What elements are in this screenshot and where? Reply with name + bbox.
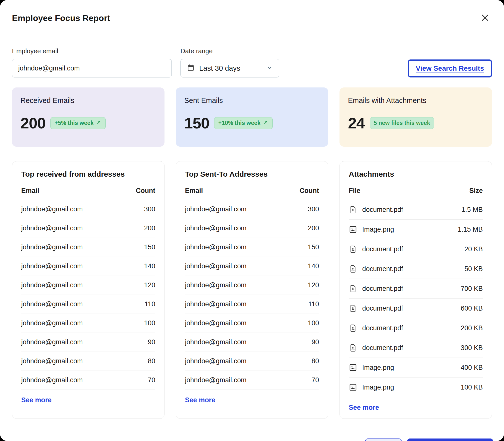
pdf-file-icon — [349, 205, 357, 214]
count-cell: 80 — [148, 357, 155, 365]
see-more-link[interactable]: See more — [21, 396, 52, 404]
table-row: johndoe@gmail.com 100 — [21, 314, 155, 333]
email-cell: johndoe@gmail.com — [21, 205, 83, 213]
column-header-count: Count — [300, 187, 319, 195]
table-row: johndoe@gmail.com 300 — [185, 200, 319, 219]
pdf-file-icon — [349, 284, 357, 293]
table-row: document.pdf 300 KB — [349, 338, 483, 358]
table-row: johndoe@gmail.com 140 — [185, 257, 319, 276]
table-row: Image.png 400 KB — [349, 358, 483, 378]
count-cell: 200 — [308, 224, 319, 232]
count-cell: 140 — [144, 262, 155, 270]
table-row: document.pdf 50 KB — [349, 259, 483, 279]
stat-label: Received Emails — [20, 96, 156, 105]
file-size-cell: 200 KB — [461, 324, 483, 332]
table-row: johndoe@gmail.com 150 — [21, 238, 155, 257]
table-row: johndoe@gmail.com 300 — [21, 200, 155, 219]
chevron-down-icon — [266, 64, 273, 72]
file-name-cell: document.pdf — [362, 285, 403, 293]
table-row: johndoe@gmail.com 100 — [185, 314, 319, 333]
table-row: document.pdf 700 KB — [349, 279, 483, 299]
table-row: johndoe@gmail.com 80 — [21, 352, 155, 371]
table-row: johndoe@gmail.com 70 — [185, 371, 319, 390]
image-file-icon — [349, 363, 357, 372]
email-cell: johndoe@gmail.com — [185, 357, 247, 365]
count-cell: 110 — [145, 300, 155, 308]
view-search-results-button[interactable]: View Search Results — [408, 59, 492, 77]
file-name-cell: document.pdf — [362, 305, 403, 312]
page-title: Employee Focus Report — [12, 13, 110, 23]
pdf-file-icon — [349, 324, 357, 332]
trend-up-right-icon — [263, 120, 269, 127]
table-header-row: Email Count — [185, 187, 319, 200]
count-cell: 70 — [312, 376, 319, 384]
table-row: johndoe@gmail.com 200 — [21, 219, 155, 238]
email-cell: johndoe@gmail.com — [185, 300, 247, 308]
stat-value: 150 — [184, 114, 209, 132]
file-size-cell: 50 KB — [464, 265, 483, 273]
table-attachments: Attachments File Size — [339, 161, 492, 419]
count-cell: 100 — [144, 319, 155, 327]
pdf-file-icon — [349, 265, 357, 273]
email-cell: johndoe@gmail.com — [21, 338, 83, 346]
table-row: johndoe@gmail.com 90 — [21, 333, 155, 352]
count-cell: 300 — [144, 205, 155, 213]
table-header-row: File Size — [349, 187, 483, 200]
table-row: document.pdf 1.5 MB — [349, 200, 483, 220]
status-badge: 5 new files this week — [370, 117, 434, 129]
file-name-cell: document.pdf — [362, 324, 403, 332]
email-cell: johndoe@gmail.com — [21, 357, 83, 365]
modal-header: Employee Focus Report — [0, 0, 504, 36]
count-cell: 200 — [144, 224, 155, 232]
email-cell: johndoe@gmail.com — [185, 319, 247, 327]
file-name-cell: Image.png — [362, 364, 394, 372]
download-report-button[interactable]: Download report — [407, 439, 493, 441]
table-title: Top Sent-To Addresses — [185, 170, 319, 178]
employee-email-input[interactable] — [12, 59, 172, 77]
status-badge: +5% this week — [50, 117, 106, 129]
count-cell: 120 — [144, 281, 155, 289]
count-cell: 140 — [308, 262, 319, 270]
date-range-label: Date range — [180, 47, 279, 55]
table-title: Top received from addresses — [21, 170, 155, 178]
email-cell: johndoe@gmail.com — [185, 205, 247, 213]
table-row: johndoe@gmail.com 120 — [21, 276, 155, 295]
date-range-field-group: Date range Last 30 days — [180, 47, 279, 77]
table-row: document.pdf 200 KB — [349, 318, 483, 338]
calendar-icon — [187, 64, 195, 73]
share-button[interactable]: Share — [365, 439, 402, 441]
column-header-size: Size — [469, 187, 483, 195]
status-badge: +10% this week — [214, 117, 272, 129]
table-top-received: Top received from addresses Email Count … — [12, 161, 165, 419]
see-more-link[interactable]: See more — [185, 396, 215, 404]
table-row: johndoe@gmail.com 150 — [185, 238, 319, 257]
table-row: document.pdf 600 KB — [349, 299, 483, 318]
image-file-icon — [349, 225, 357, 234]
employee-focus-report-modal: Employee Focus Report Employee email Dat… — [0, 0, 504, 441]
table-row: johndoe@gmail.com 90 — [185, 333, 319, 352]
view-search-results-label: View Search Results — [416, 64, 484, 72]
file-name-cell: document.pdf — [362, 245, 403, 253]
table-row: johndoe@gmail.com 200 — [185, 219, 319, 238]
stat-value: 200 — [20, 114, 45, 132]
date-range-select[interactable]: Last 30 days — [180, 59, 279, 77]
count-cell: 150 — [144, 243, 155, 251]
employee-email-field-group: Employee email — [12, 47, 172, 77]
table-row: johndoe@gmail.com 140 — [21, 257, 155, 276]
pdf-file-icon — [349, 344, 357, 352]
email-cell: johndoe@gmail.com — [21, 224, 83, 232]
count-cell: 80 — [312, 357, 319, 365]
see-more-link[interactable]: See more — [349, 404, 379, 412]
email-cell: johndoe@gmail.com — [21, 243, 83, 251]
table-row: johndoe@gmail.com 120 — [185, 276, 319, 295]
count-cell: 300 — [308, 205, 319, 213]
file-size-cell: 100 KB — [461, 384, 483, 391]
file-size-cell: 20 KB — [464, 245, 483, 253]
table-row: johndoe@gmail.com 110 — [21, 295, 155, 314]
file-name-cell: Image.png — [362, 384, 394, 391]
email-cell: johndoe@gmail.com — [21, 300, 83, 308]
count-cell: 110 — [308, 300, 319, 308]
close-button[interactable] — [479, 12, 491, 24]
stat-label: Sent Emails — [184, 96, 320, 105]
stat-card-emails-with-attachments: Emails with Attachments 24 5 new files t… — [339, 87, 492, 147]
